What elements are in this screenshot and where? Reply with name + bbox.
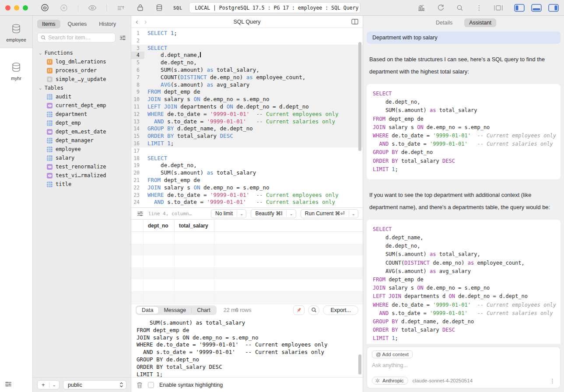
connection-icon[interactable] [39,3,50,13]
database-icon[interactable] [154,3,165,13]
refresh-icon[interactable] [435,3,446,13]
search-icon[interactable] [455,3,465,13]
code-line: 11LEFT JOIN departments d ON de.dept_no … [131,103,363,111]
tab-message[interactable]: Message [158,307,191,314]
assistant-panel: Details Assistant Department with top sa… [363,16,564,392]
rail-settings-icon[interactable] [4,381,12,388]
tab-data[interactable]: Data [137,307,158,314]
syntax-highlighting-checkbox[interactable] [148,382,154,388]
sidebar-item-title[interactable]: title [39,180,131,189]
section-functions[interactable]: ⌄ Functions [39,49,131,57]
assistant-code-block[interactable]: SELECT d.dept_name, de.dept_no, SUM(s.am… [367,220,560,344]
add-item-button[interactable]: + ⌄ [37,380,60,389]
item-label: process_order [56,67,97,74]
table-row[interactable] [131,279,363,291]
table-row[interactable] [131,267,363,279]
tab-details[interactable]: Details [431,18,457,27]
sidebar-item-test-renormalize[interactable]: test_renormalize [39,162,131,171]
assistant-conversation[interactable]: Department with top salary Based on the … [363,30,564,344]
editor-scrollbar[interactable] [358,42,361,151]
line-number: 18 [131,155,144,162]
conversation-title[interactable]: Department with top salary [367,32,560,44]
ask-input[interactable]: Ask anything... [372,362,555,377]
table-row[interactable] [131,291,363,303]
assistant-code-block[interactable]: SELECT de.dept_no, SUM(s.amount) as tota… [367,84,560,179]
connection-myhr[interactable]: myhr [0,54,32,86]
beautify-button[interactable]: Beautify ⌘I ⌄ [251,209,296,218]
nav-forward-icon[interactable]: › [144,18,147,25]
sidebar-item-process-order[interactable]: process_order [39,66,131,75]
add-context-chip[interactable]: @ Add context [372,350,413,358]
sidebar-item-simple-y-update[interactable]: simple_…y_update [39,75,131,84]
trash-icon[interactable] [137,382,143,388]
item-search-field[interactable] [37,33,116,42]
minimize-window-button[interactable] [14,5,19,10]
sidebar-item-dept-manager[interactable]: dept_manager [39,136,131,145]
window-title-text: LOCAL | PostgreSQL 17.5 : PG 17 : employ… [195,5,358,11]
nav-back-icon[interactable]: ‹ [136,18,138,25]
tab-items[interactable]: Items [37,20,60,28]
message-panel[interactable]: SUM(s.amount) as total_salaryFROM dept_e… [131,316,363,377]
composer-menu-icon[interactable]: ⋮ [550,378,555,384]
line-number: 11 [131,103,144,111]
table-row[interactable] [131,256,363,267]
eye-icon[interactable] [87,3,98,13]
sidebar-item-audit[interactable]: audit [39,92,131,101]
export-list-icon[interactable] [116,3,126,13]
line-number: 2 [131,37,144,45]
sidebar-bottom-bar: + ⌄ public [33,377,131,392]
item-label: employee [56,146,81,152]
sidebar-item-employee[interactable]: employee [39,145,131,154]
sql-editor[interactable]: 1SELECT 1;23SELECT4 d.dept_name,5 de.dep… [131,28,363,207]
sql-badge: SQL [173,5,182,10]
line-number: 3 [131,45,144,52]
run-current-button[interactable]: Run Current ⌘⏎ ⌄ [301,209,358,218]
provider-select[interactable]: Anthropic [372,377,408,385]
function-icon [47,77,53,82]
view-icon [47,164,53,170]
sidebar-item-test-vi-rmalized[interactable]: test_vi…rmalized [39,171,131,180]
sidebar-item-salary[interactable]: salary [39,154,131,162]
sidebar-item-dept-emp[interactable]: dept_emp [39,119,131,127]
sidebar-item-current-dept-emp[interactable]: current_dept_emp [39,101,131,110]
filter-icon[interactable] [119,35,126,41]
column-header-dept-no[interactable]: dept_no [144,220,175,231]
tab-assistant[interactable]: Assistant [464,18,496,27]
code-line: 23WHERE de.to_date = '9999-01-01' -- Cur… [131,192,363,199]
schema-select[interactable]: public [63,380,126,389]
center-layout-icon[interactable] [493,3,504,13]
editor-settings-icon[interactable] [137,210,144,217]
zoom-window-button[interactable] [23,5,28,10]
sidebar-item-dept-em-est-date[interactable]: dept_em…est_date [39,127,131,136]
export-button[interactable]: Export... [323,305,358,315]
more-options-icon[interactable]: ⋮ [474,3,484,13]
pin-button[interactable] [293,305,305,315]
chart-icon[interactable] [416,3,427,13]
connection-employee[interactable]: employee [0,16,32,48]
section-tables[interactable]: ⌄ Tables [39,84,131,92]
toggle-right-panel-button[interactable] [548,3,559,13]
table-row[interactable] [131,244,363,256]
close-window-button[interactable] [5,5,11,10]
code-line: AVG(s.amount) as avg_salary [373,267,554,276]
lock-icon[interactable] [135,3,145,13]
toggle-left-panel-button[interactable] [514,3,525,13]
limit-select[interactable]: No limit ⌄ [211,209,246,218]
code-line: SELECT [373,90,554,98]
sidebar-item-log-dml-erations[interactable]: log_dml…erations [39,57,131,66]
table-row[interactable] [131,232,363,244]
message-scrollbar[interactable] [358,354,361,374]
search-input[interactable] [48,35,112,41]
column-header-total-salary[interactable]: total_salary [175,220,214,231]
code-line: ORDER BY total_salary DESC [373,157,554,165]
assistant-composer[interactable]: @ Add context Ask anything... Anthropic … [367,346,560,388]
result-grid[interactable]: dept_no total_salary [131,220,363,304]
close-circle-icon[interactable] [59,3,69,13]
tab-chart[interactable]: Chart [192,307,216,314]
split-view-icon[interactable] [328,19,358,24]
tab-queries[interactable]: Queries [63,20,92,28]
search-results-button[interactable] [308,305,319,315]
toggle-bottom-panel-button[interactable] [531,3,542,13]
sidebar-item-department[interactable]: department [39,110,131,119]
tab-history[interactable]: History [94,20,121,28]
